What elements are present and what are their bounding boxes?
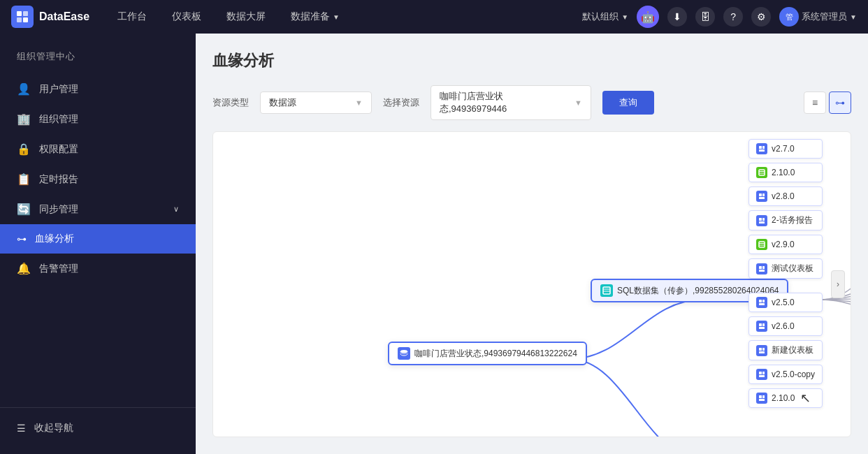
- nav-dashboard[interactable]: 仪表板: [161, 6, 212, 27]
- sidebar: 组织管理中心 👤 用户管理 🏢 组织管理 🔒 权限配置 📋 定时报告 🔄 同步管…: [0, 34, 196, 454]
- right-node-7[interactable]: v2.6.0: [748, 316, 823, 336]
- svg-rect-16: [762, 193, 765, 196]
- source-type-select[interactable]: 数据源 ▼: [260, 91, 372, 114]
- sidebar-item-org-mgmt[interactable]: 🏢 组织管理: [0, 104, 196, 134]
- lineage-icon: ⊶: [17, 233, 27, 244]
- graph-view-btn[interactable]: ⊶: [829, 91, 851, 114]
- download-icon[interactable]: ⬇: [667, 7, 687, 27]
- dataset-icon: [756, 167, 767, 178]
- svg-rect-41: [759, 399, 765, 401]
- right-node-1[interactable]: 2.10.0: [748, 163, 823, 182]
- svg-rect-25: [762, 266, 765, 269]
- svg-rect-29: [759, 303, 765, 305]
- right-node-6[interactable]: v2.5.0: [748, 293, 823, 312]
- nav-dataprep[interactable]: 数据准备 ▼: [280, 6, 351, 27]
- help-icon[interactable]: ?: [723, 7, 743, 27]
- right-node-8[interactable]: 新建仪表板: [748, 340, 823, 360]
- right-node-2[interactable]: v2.8.0: [748, 186, 823, 206]
- right-node-9[interactable]: v2.5.0-copy: [748, 365, 823, 384]
- select-resource-label: 选择资源: [383, 96, 419, 109]
- sidebar-item-sync-mgmt[interactable]: 🔄 同步管理 ∨: [0, 194, 196, 224]
- svg-rect-0: [17, 11, 22, 16]
- logo-icon: [11, 6, 34, 28]
- svg-rect-36: [759, 372, 762, 374]
- list-view-btn[interactable]: ≡: [804, 91, 826, 114]
- robot-icon[interactable]: 🤖: [637, 6, 659, 28]
- content-area: 血缘分析 资源类型 数据源 ▼ 选择资源 咖啡门店营业状态,9493697944…: [196, 34, 868, 454]
- dashboard-icon-3: [756, 215, 767, 226]
- alert-icon: 🔔: [17, 262, 31, 275]
- app-name: DataEase: [39, 10, 89, 23]
- nav-workbench[interactable]: 工作台: [106, 6, 158, 27]
- user-menu[interactable]: 管 系统管理员 ▼: [779, 7, 857, 27]
- node-group-spacer: [748, 283, 823, 288]
- svg-rect-3: [23, 17, 28, 22]
- svg-rect-12: [759, 170, 765, 175]
- svg-rect-37: [762, 372, 765, 374]
- svg-rect-15: [759, 193, 762, 196]
- svg-rect-9: [759, 146, 762, 149]
- page-title: 血缘分析: [212, 50, 851, 71]
- sidebar-item-alert-mgmt[interactable]: 🔔 告警管理: [0, 254, 196, 284]
- dashboard-icon: [756, 143, 767, 154]
- svg-rect-1: [23, 11, 28, 16]
- right-node-0[interactable]: v2.7.0: [748, 139, 823, 159]
- org-selector[interactable]: 默认组织 ▼: [582, 10, 628, 23]
- svg-rect-40: [762, 395, 765, 398]
- settings-icon[interactable]: ⚙: [751, 7, 771, 27]
- dashboard-icon-5: [756, 297, 767, 308]
- svg-rect-5: [603, 287, 610, 294]
- dataset-icon-2: [756, 239, 767, 250]
- svg-point-4: [400, 350, 407, 353]
- svg-rect-24: [759, 266, 762, 269]
- sidebar-item-lineage[interactable]: ⊶ 血缘分析: [0, 224, 196, 254]
- nav-datascreen[interactable]: 数据大屏: [215, 6, 277, 27]
- sidebar-item-perm-config[interactable]: 🔒 权限配置: [0, 134, 196, 164]
- graph-area: 咖啡门店营业状态,94936979446813222624 SQL数据集（传参）…: [212, 131, 851, 437]
- dashboard-icon-6: [756, 321, 767, 332]
- user-icon: 👤: [17, 82, 31, 96]
- right-node-5[interactable]: 测试仪表板: [748, 258, 823, 279]
- svg-rect-28: [762, 300, 765, 302]
- source-type-label: 资源类型: [212, 96, 249, 109]
- svg-rect-20: [759, 221, 765, 224]
- svg-rect-30: [759, 323, 762, 326]
- svg-rect-27: [759, 300, 762, 302]
- svg-rect-19: [762, 218, 765, 221]
- chevron-down-icon: ∨: [173, 205, 179, 214]
- svg-rect-38: [759, 375, 765, 377]
- query-button[interactable]: 查询: [602, 91, 654, 115]
- storage-icon[interactable]: 🗄: [695, 7, 715, 27]
- sql-dataset-icon: [600, 284, 613, 297]
- right-node-3[interactable]: 2-话务报告: [748, 210, 823, 230]
- sidebar-bottom: ☰ 收起导航: [0, 407, 196, 443]
- svg-rect-10: [762, 146, 765, 149]
- collapse-icon: ☰: [17, 423, 26, 434]
- chevron-down-icon: ▼: [355, 98, 363, 107]
- svg-rect-18: [759, 218, 762, 221]
- right-node-4[interactable]: v2.9.0: [748, 235, 823, 254]
- main-datasource-node[interactable]: 咖啡门店营业状态,94936979446813222624: [388, 342, 587, 365]
- main-node-label: 咖啡门店营业状态,94936979446813222624: [414, 348, 577, 360]
- svg-rect-31: [762, 323, 765, 326]
- svg-rect-32: [759, 327, 765, 329]
- nav-right: 默认组织 ▼ 🤖 ⬇ 🗄 ? ⚙ 管 系统管理员 ▼: [582, 6, 857, 28]
- right-nodes: v2.7.0 2.10.0 v2.8.0: [748, 139, 823, 408]
- dashboard-icon-8: [756, 369, 767, 380]
- svg-rect-35: [759, 351, 765, 353]
- sidebar-item-scheduled-report[interactable]: 📋 定时报告: [0, 164, 196, 194]
- sidebar-item-user-mgmt[interactable]: 👤 用户管理: [0, 74, 196, 104]
- sync-icon: 🔄: [17, 203, 31, 216]
- view-buttons: ≡ ⊶: [804, 91, 851, 114]
- datasource-icon: [398, 347, 410, 360]
- org-icon: 🏢: [17, 112, 31, 126]
- chevron-down-icon: ▼: [850, 13, 857, 21]
- chevron-down-icon: ▼: [621, 13, 628, 21]
- right-node-10[interactable]: 2.10.0: [748, 388, 823, 408]
- graph-collapse-btn[interactable]: ›: [831, 270, 845, 298]
- resource-select[interactable]: 咖啡门店营业状态,94936979446 ▼: [431, 85, 591, 120]
- logo-area[interactable]: DataEase: [11, 6, 89, 28]
- collapse-nav-btn[interactable]: ☰ 收起导航: [0, 413, 196, 443]
- lock-icon: 🔒: [17, 142, 31, 156]
- report-icon: 📋: [17, 173, 31, 186]
